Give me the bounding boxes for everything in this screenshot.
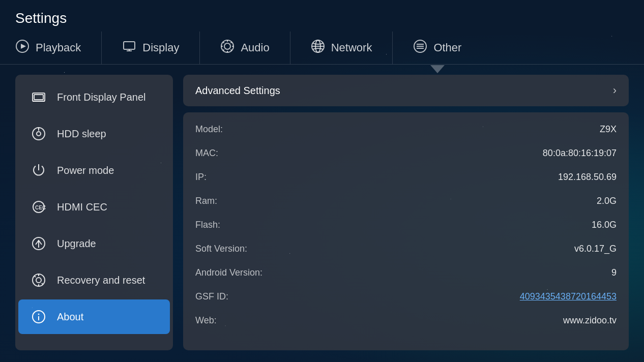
svg-text:CEC: CEC	[35, 205, 46, 210]
sidebar-label-hdd-sleep: HDD sleep	[57, 128, 106, 140]
sidebar-label-front-display: Front Display Panel	[57, 92, 146, 103]
play-icon	[15, 39, 30, 57]
nav-item-display[interactable]: Display	[102, 32, 200, 64]
gsf-id-label: GSF ID:	[195, 291, 228, 302]
mac-value: 80:0a:80:16:19:07	[543, 148, 617, 159]
nav-item-audio[interactable]: Audio	[200, 32, 290, 64]
svg-point-33	[36, 278, 41, 283]
nav-label-other: Other	[433, 41, 461, 54]
recovery-icon	[30, 271, 48, 289]
nav-label-display: Display	[142, 41, 179, 54]
sidebar-item-about[interactable]: About	[18, 299, 170, 334]
model-label: Model:	[195, 124, 223, 135]
sidebar-item-hdmi-cec[interactable]: CEC HDMI CEC	[18, 190, 170, 224]
svg-rect-23	[34, 95, 43, 100]
nav-item-playback[interactable]: Playback	[0, 32, 102, 64]
nav-item-other[interactable]: Other	[393, 32, 482, 64]
sidebar-label-power-mode: Power mode	[57, 165, 114, 176]
soft-version-label: Soft Version:	[195, 244, 247, 254]
other-icon	[413, 39, 427, 57]
main-content: Front Display Panel HDD sleep Power mode	[0, 65, 644, 360]
sidebar-item-upgrade[interactable]: Upgrade	[18, 226, 170, 261]
upgrade-icon	[30, 234, 48, 253]
svg-line-11	[223, 42, 224, 43]
nav-label-playback: Playback	[36, 41, 81, 54]
model-value: Z9X	[600, 124, 617, 135]
front-display-icon	[30, 88, 48, 106]
sidebar-label-about: About	[57, 311, 83, 323]
sidebar-item-front-display[interactable]: Front Display Panel	[18, 80, 170, 114]
svg-line-12	[231, 49, 232, 50]
android-version-value: 9	[611, 267, 617, 278]
mac-label: MAC:	[195, 148, 218, 159]
chevron-right-icon: ›	[613, 84, 617, 97]
device-info-panel: Model: Z9X MAC: 80:0a:80:16:19:07 IP: 19…	[183, 112, 629, 350]
ram-label: Ram:	[195, 196, 217, 206]
web-value: www.zidoo.tv	[563, 315, 617, 326]
right-panel: Advanced Settings › Model: Z9X MAC: 80:0…	[183, 75, 629, 350]
svg-line-14	[231, 42, 232, 43]
info-row-model: Model: Z9X	[183, 117, 629, 141]
audio-icon	[220, 39, 235, 57]
sidebar-item-recovery[interactable]: Recovery and reset	[18, 263, 170, 297]
info-row-soft-version: Soft Version: v6.0.17_G	[183, 237, 629, 261]
about-icon	[30, 308, 48, 326]
svg-point-38	[38, 314, 40, 315]
power-mode-icon	[30, 161, 48, 179]
android-version-label: Android Version:	[195, 267, 262, 278]
network-icon	[311, 39, 325, 57]
info-row-web: Web: www.zidoo.tv	[183, 309, 629, 333]
hdmi-cec-icon: CEC	[30, 198, 48, 216]
info-row-gsf-id: GSF ID: 4093435438720164453	[183, 285, 629, 309]
display-icon	[122, 39, 136, 57]
flash-value: 16.0G	[592, 220, 617, 230]
info-row-ip: IP: 192.168.50.69	[183, 165, 629, 189]
hdd-sleep-icon	[30, 125, 48, 143]
sidebar-label-upgrade: Upgrade	[57, 238, 96, 250]
active-tab-indicator	[430, 65, 445, 73]
sidebar-item-hdd-sleep[interactable]: HDD sleep	[18, 116, 170, 151]
sidebar-item-power-mode[interactable]: Power mode	[18, 153, 170, 188]
ip-label: IP:	[195, 172, 207, 183]
nav-item-network[interactable]: Network	[290, 32, 393, 64]
advanced-settings-label: Advanced Settings	[195, 85, 280, 97]
svg-line-13	[223, 49, 224, 50]
sidebar-label-hdmi-cec: HDMI CEC	[57, 201, 107, 213]
ip-value: 192.168.50.69	[558, 172, 617, 183]
svg-point-6	[224, 43, 230, 49]
sidebar-label-recovery: Recovery and reset	[57, 275, 145, 286]
svg-marker-1	[21, 44, 26, 49]
sidebar: Front Display Panel HDD sleep Power mode	[15, 75, 173, 350]
info-row-mac: MAC: 80:0a:80:16:19:07	[183, 141, 629, 165]
flash-label: Flash:	[195, 220, 220, 230]
web-label: Web:	[195, 315, 217, 326]
nav-label-audio: Audio	[241, 41, 269, 54]
svg-point-26	[37, 132, 41, 136]
info-row-ram: Ram: 2.0G	[183, 189, 629, 213]
gsf-id-value[interactable]: 4093435438720164453	[520, 291, 617, 302]
ram-value: 2.0G	[597, 196, 617, 206]
soft-version-value: v6.0.17_G	[574, 244, 617, 254]
info-row-flash: Flash: 16.0G	[183, 213, 629, 237]
page-title: Settings	[0, 0, 644, 32]
top-navigation: Playback Display	[0, 32, 644, 65]
advanced-settings-button[interactable]: Advanced Settings ›	[183, 75, 629, 106]
svg-rect-2	[124, 42, 135, 49]
info-row-android-version: Android Version: 9	[183, 261, 629, 285]
nav-label-network: Network	[331, 41, 372, 54]
